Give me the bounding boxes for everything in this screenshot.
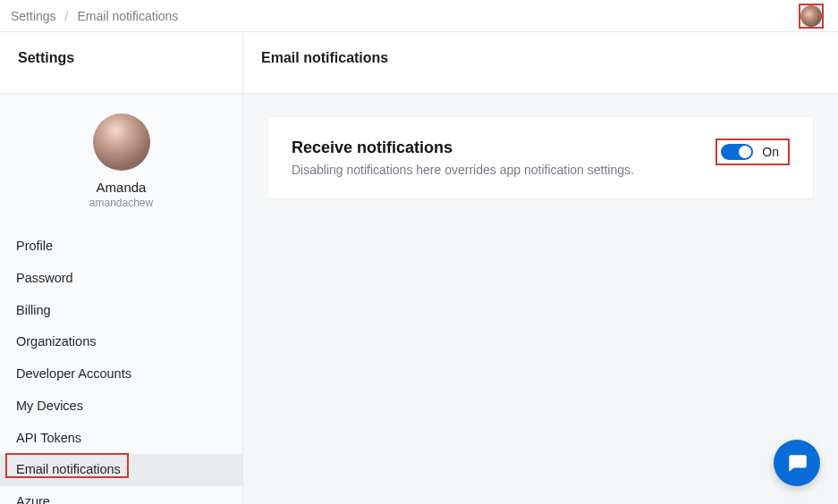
settings-sidebar: Settings Amanda amandachew Profile Passw… [0,32,243,504]
breadcrumb-root[interactable]: Settings [11,9,56,23]
sidebar-item-azure[interactable]: Azure [0,486,242,504]
sidebar-item-password[interactable]: Password [0,263,242,295]
help-chat-button[interactable] [774,440,820,486]
sidebar-nav: Profile Password Billing Organizations D… [0,231,242,504]
breadcrumb-separator: / [65,9,69,23]
sidebar-item-api-tokens[interactable]: API Tokens [0,423,242,455]
toggle-knob-icon [739,146,751,158]
sidebar-title: Settings [0,32,242,94]
toggle-state-label: On [762,145,779,159]
sidebar-item-developer-accounts[interactable]: Developer Accounts [0,358,242,391]
sidebar-item-my-devices[interactable]: My Devices [0,391,242,423]
sidebar-item-email-notifications[interactable]: Email notifications [0,454,242,486]
user-display-name: Amanda [97,180,147,195]
sidebar-item-profile[interactable]: Profile [0,231,242,263]
sidebar-item-organizations[interactable]: Organizations [0,326,242,358]
topbar: Settings / Email notifications [0,0,838,32]
receive-notifications-card: Receive notifications Disabling notifica… [268,117,813,198]
sidebar-user-card: Amanda amandachew [0,94,242,231]
sidebar-item-billing[interactable]: Billing [0,295,242,327]
breadcrumb-current: Email notifications [77,9,178,23]
chat-bubble-icon [785,451,808,475]
breadcrumb: Settings / Email notifications [11,9,178,23]
card-description: Disabling notifications here overrides a… [292,163,634,177]
content-area: Email notifications Receive notification… [243,32,838,504]
highlight-toggle-box: On [715,139,790,165]
user-avatar-icon[interactable] [800,5,822,27]
page-title: Email notifications [243,32,838,94]
user-avatar-icon[interactable] [93,113,150,171]
main-layout: Settings Amanda amandachew Profile Passw… [0,32,838,504]
receive-notifications-toggle[interactable] [721,144,753,160]
highlight-avatar-box [799,4,824,29]
card-text-block: Receive notifications Disabling notifica… [292,139,634,177]
user-username: amandachew [89,197,153,209]
card-title: Receive notifications [292,139,634,157]
content-body: Receive notifications Disabling notifica… [243,94,838,222]
